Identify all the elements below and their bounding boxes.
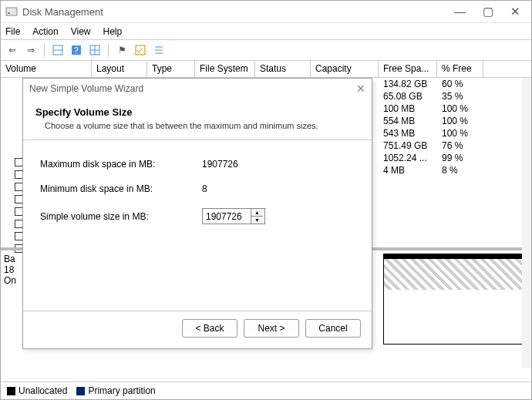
max-space-label: Maximum disk space in MB: bbox=[40, 159, 202, 170]
cell-freespace: 543 MB bbox=[379, 128, 437, 139]
legend-unallocated: Unallocated bbox=[7, 385, 67, 396]
svg-rect-1 bbox=[8, 12, 10, 14]
col-layout[interactable]: Layout bbox=[92, 61, 147, 77]
minimize-button[interactable]: — bbox=[454, 5, 466, 18]
volume-data-visible: 134.82 GB60 % 65.08 GB35 % 100 MB100 % 5… bbox=[379, 78, 473, 176]
menu-view[interactable]: View bbox=[71, 26, 91, 37]
cell-pctfree: 35 % bbox=[437, 91, 467, 102]
col-capacity[interactable]: Capacity bbox=[311, 61, 379, 77]
svg-rect-0 bbox=[6, 8, 17, 15]
cell-freespace: 100 MB bbox=[379, 103, 437, 114]
col-freespace[interactable]: Free Spa... bbox=[379, 61, 437, 77]
close-icon[interactable]: ✕ bbox=[356, 82, 365, 95]
dialog-body: Maximum disk space in MB: 1907726 Minimu… bbox=[23, 140, 372, 311]
check-icon[interactable] bbox=[133, 43, 147, 57]
cell-pctfree: 8 % bbox=[437, 165, 463, 176]
volume-size-spinner[interactable]: ▲ ▼ bbox=[202, 208, 265, 224]
flag-icon[interactable]: ⚑ bbox=[115, 43, 129, 57]
volume-size-label: Simple volume size in MB: bbox=[40, 211, 202, 222]
dialog-title: New Simple Volume Wizard bbox=[29, 83, 143, 94]
close-button[interactable]: ✕ bbox=[510, 5, 520, 18]
list-icon[interactable] bbox=[152, 43, 166, 57]
menu-action[interactable]: Action bbox=[32, 26, 58, 37]
min-space-value: 8 bbox=[202, 183, 207, 194]
maximize-button[interactable]: ▢ bbox=[483, 5, 493, 18]
cell-pctfree: 100 % bbox=[437, 103, 473, 114]
titlebar: Disk Management — ▢ ✕ bbox=[1, 1, 531, 22]
back-icon[interactable]: ⇐ bbox=[5, 43, 19, 57]
col-pctfree[interactable]: % Free bbox=[437, 61, 483, 77]
cell-pctfree: 100 % bbox=[437, 128, 473, 139]
window-title: Disk Management bbox=[22, 6, 454, 18]
col-volume[interactable]: Volume bbox=[1, 61, 92, 77]
cell-freespace: 751.49 GB bbox=[379, 140, 437, 151]
table-icon[interactable] bbox=[51, 43, 65, 57]
legend-primary: Primary partition bbox=[76, 385, 155, 396]
forward-icon[interactable]: ⇒ bbox=[24, 43, 38, 57]
min-space-label: Minimum disk space in MB: bbox=[40, 183, 202, 194]
new-volume-wizard-dialog: New Simple Volume Wizard ✕ Specify Volum… bbox=[22, 78, 372, 349]
cell-pctfree: 100 % bbox=[437, 116, 473, 126]
grid-icon[interactable] bbox=[88, 43, 102, 57]
next-button[interactable]: Next > bbox=[244, 319, 299, 338]
cell-freespace: 554 MB bbox=[379, 116, 437, 126]
disk-icon bbox=[5, 5, 18, 18]
cell-pctfree: 60 % bbox=[437, 79, 467, 89]
cell-pctfree: 99 % bbox=[437, 153, 467, 163]
legend: Unallocated Primary partition bbox=[1, 382, 531, 399]
spinner-down-icon[interactable]: ▼ bbox=[251, 217, 263, 224]
col-extra[interactable] bbox=[483, 61, 531, 77]
dialog-subheading: Choose a volume size that is between the… bbox=[45, 121, 359, 130]
dialog-header: Specify Volume Size Choose a volume size… bbox=[23, 99, 372, 140]
col-status[interactable]: Status bbox=[255, 61, 311, 77]
disk-management-window: Disk Management — ▢ ✕ File Action View H… bbox=[0, 0, 532, 400]
back-button[interactable]: < Back bbox=[182, 319, 237, 338]
spinner-up-icon[interactable]: ▲ bbox=[251, 209, 263, 217]
cell-freespace: 4 MB bbox=[379, 165, 437, 176]
dialog-footer: < Back Next > Cancel bbox=[23, 311, 372, 348]
col-type[interactable]: Type bbox=[147, 61, 195, 77]
partition-bar[interactable] bbox=[383, 254, 527, 345]
volumes-header: Volume Layout Type File System Status Ca… bbox=[1, 61, 531, 78]
cell-freespace: 65.08 GB bbox=[379, 91, 437, 102]
dialog-titlebar: New Simple Volume Wizard ✕ bbox=[23, 79, 372, 99]
volume-size-input[interactable] bbox=[203, 209, 251, 224]
cell-pctfree: 76 % bbox=[437, 140, 467, 151]
cell-freespace: 1052.24 ... bbox=[379, 153, 437, 163]
menubar: File Action View Help bbox=[1, 22, 531, 39]
col-filesystem[interactable]: File System bbox=[195, 61, 255, 77]
toolbar: ⇐ ⇒ ? ⚑ bbox=[1, 39, 531, 61]
menu-file[interactable]: File bbox=[5, 26, 20, 37]
dialog-heading: Specify Volume Size bbox=[35, 106, 359, 118]
cancel-button[interactable]: Cancel bbox=[305, 319, 361, 338]
help-icon[interactable]: ? bbox=[69, 43, 83, 57]
cell-freespace: 134.82 GB bbox=[379, 79, 437, 89]
svg-text:?: ? bbox=[74, 46, 79, 55]
scrollbar[interactable] bbox=[522, 78, 531, 368]
max-space-value: 1907726 bbox=[202, 159, 238, 170]
menu-help[interactable]: Help bbox=[103, 26, 123, 37]
